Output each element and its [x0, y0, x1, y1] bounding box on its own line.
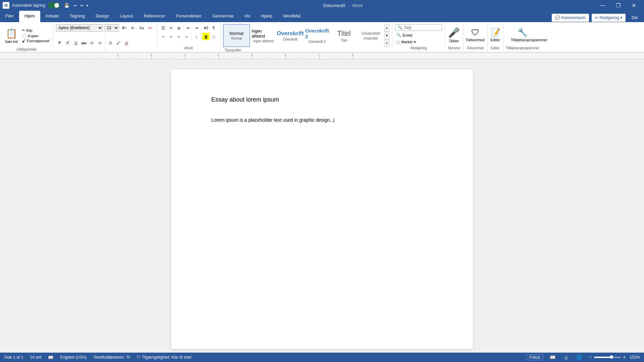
- highlight-button[interactable]: 🖊: [115, 39, 122, 47]
- doc-title[interactable]: Essay about lorem ipsum: [211, 96, 433, 103]
- font-color-button[interactable]: A: [123, 39, 130, 47]
- title-redo-icon[interactable]: ↪: [80, 3, 84, 8]
- align-center-button[interactable]: ≡: [167, 33, 175, 40]
- tab-vis[interactable]: Vis: [239, 11, 256, 22]
- justify-button[interactable]: ≡: [183, 33, 190, 40]
- style-normal[interactable]: Normal Normal: [223, 24, 250, 47]
- increase-indent-button[interactable]: ⇥: [193, 24, 200, 32]
- textfill-info[interactable]: Tekstfuldførelsen: Til: [93, 355, 130, 360]
- bold-button[interactable]: F: [56, 39, 63, 47]
- zoom-knob[interactable]: [610, 355, 613, 359]
- svg-text:6: 6: [285, 53, 286, 56]
- decrease-indent-button[interactable]: ⇤: [185, 24, 192, 32]
- view-print-button[interactable]: 🖨: [562, 354, 570, 361]
- replace-button[interactable]: 🔍 Erstat: [395, 32, 414, 38]
- sort-button[interactable]: AZ: [202, 24, 210, 32]
- style-overskrift2[interactable]: Overskrift 2 Overskrift 2: [304, 24, 330, 47]
- tab-layout[interactable]: Layout: [114, 11, 138, 22]
- font-name-select[interactable]: Aptos (Brødtekst): [56, 24, 103, 32]
- borders-button[interactable]: □: [210, 33, 217, 40]
- styles-scroll-up[interactable]: ▲: [384, 24, 389, 32]
- numbered-button[interactable]: ≡: [167, 24, 175, 32]
- title-customize-icon[interactable]: ▾: [86, 3, 88, 8]
- font-grow-button[interactable]: A+: [120, 24, 128, 32]
- zoom-bar-fill: [594, 357, 611, 358]
- tab-hjaelp[interactable]: Hjælp: [256, 11, 278, 22]
- show-formatting-button[interactable]: ¶: [210, 24, 217, 32]
- font-shrink-button[interactable]: A-: [129, 24, 137, 32]
- sensitivity-button[interactable]: 🛡: [471, 28, 479, 37]
- font-case-button[interactable]: Aa: [138, 24, 145, 32]
- style-overskrift[interactable]: Overskrift Overskrift: [277, 24, 304, 47]
- style-ingen-afstand[interactable]: Ingen afstand Ingen afstand: [250, 24, 277, 47]
- autosave-toggle[interactable]: [48, 2, 60, 8]
- replace-icon: 🔍: [396, 33, 401, 37]
- close-button[interactable]: ✕: [626, 0, 641, 11]
- word-count[interactable]: 14 ord: [30, 355, 41, 360]
- voice-top: 🎤 Dikter: [448, 24, 460, 46]
- paste-button[interactable]: 📋 Sæt ind: [3, 24, 20, 47]
- view-read-button[interactable]: 📖: [548, 354, 557, 361]
- text-effects-button[interactable]: A: [107, 39, 114, 47]
- subscript-button[interactable]: x2: [88, 39, 96, 47]
- editing-button[interactable]: ✏ Redigering ▾: [591, 13, 626, 22]
- klip-label: Klip: [26, 28, 32, 33]
- styles-expand[interactable]: ▼: [384, 32, 389, 40]
- bullets-button[interactable]: ☰: [160, 24, 167, 32]
- klip-button[interactable]: ✂ Klip: [21, 28, 50, 33]
- editor-button[interactable]: 📝: [490, 28, 500, 37]
- dikter-button[interactable]: 🎤: [448, 27, 460, 38]
- language-info[interactable]: Engelsk (USA): [60, 355, 87, 360]
- view-web-button[interactable]: 🌐: [575, 354, 583, 361]
- zoom-plus-button[interactable]: +: [623, 354, 626, 360]
- title-undo-icon[interactable]: ↩: [73, 3, 77, 8]
- para-sep-2: [201, 24, 201, 31]
- tab-tegning[interactable]: Tegning: [64, 11, 90, 22]
- select-button[interactable]: ⬚ Markér ▾: [395, 39, 417, 45]
- focus-button[interactable]: Fokus: [526, 354, 543, 360]
- align-right-button[interactable]: ≡: [175, 33, 182, 40]
- doc-body[interactable]: Lorem ipsum is a placeholder text used i…: [211, 117, 433, 124]
- shading-button[interactable]: ▓: [202, 33, 210, 40]
- tab-forsendelser[interactable]: Forsendelser: [171, 11, 207, 22]
- kopier-button[interactable]: 📄 Kopier: [21, 33, 50, 38]
- line-spacing-button[interactable]: ↕: [193, 33, 200, 40]
- font-clear-button[interactable]: A✕: [147, 24, 154, 32]
- tab-design[interactable]: Design: [90, 11, 114, 22]
- tab-hjem[interactable]: Hjem: [19, 11, 40, 22]
- restore-button[interactable]: ❐: [610, 0, 626, 11]
- zoom-bar[interactable]: [594, 357, 621, 358]
- strikethrough-button[interactable]: abc: [80, 39, 88, 47]
- superscript-button[interactable]: x2: [96, 39, 104, 47]
- zoom-level[interactable]: 152%: [628, 355, 640, 360]
- accessibility-info[interactable]: 🛡 Tilgængelighed: Klar til start: [137, 355, 191, 360]
- tab-indset[interactable]: Indsæt: [40, 11, 64, 22]
- page-info[interactable]: Side 1 af 1: [4, 355, 23, 360]
- spellcheck-icon[interactable]: 📖: [48, 355, 53, 360]
- font-sep-1: [105, 33, 105, 53]
- formatpensel-button[interactable]: 🖌 Formatpensel: [21, 39, 50, 43]
- tab-filer[interactable]: Filer: [0, 11, 19, 22]
- comments-button[interactable]: 💬 Kommentarer: [551, 13, 589, 22]
- ribbon-tabs: Filer Hjem Indsæt Tegning Design Layout …: [0, 11, 644, 22]
- italic-button[interactable]: K: [64, 39, 71, 47]
- doc-page[interactable]: Essay about lorem ipsum Lorem ipsum is a…: [171, 69, 473, 349]
- styles-scroll-down[interactable]: ▼: [384, 40, 389, 47]
- zoom-minus-button[interactable]: −: [589, 354, 592, 360]
- sensitivity-top: 🛡 Følsomhed: [466, 24, 485, 46]
- share-button[interactable]: Del: [628, 13, 641, 22]
- font-size-select[interactable]: 12: [104, 24, 119, 32]
- style-titel[interactable]: Titel Titel: [330, 24, 357, 47]
- multilevel-button[interactable]: ≣: [175, 24, 182, 32]
- align-left-button[interactable]: ≡: [160, 33, 167, 40]
- tab-gennemse[interactable]: Gennemse: [207, 11, 239, 22]
- title-save-icon[interactable]: 💾: [64, 3, 69, 8]
- search-input[interactable]: [404, 25, 441, 30]
- underline-button[interactable]: U: [72, 39, 79, 47]
- styles-gallery: Normal Normal Ingen afstand Ingen afstan…: [223, 24, 384, 47]
- tab-wordmat[interactable]: WordMat: [278, 11, 306, 22]
- minimize-button[interactable]: —: [595, 0, 610, 11]
- style-undertitel[interactable]: Undertitel Undertitel: [357, 24, 384, 47]
- addins-button[interactable]: 🔧: [518, 28, 528, 37]
- tab-referencer[interactable]: Referencer: [138, 11, 170, 22]
